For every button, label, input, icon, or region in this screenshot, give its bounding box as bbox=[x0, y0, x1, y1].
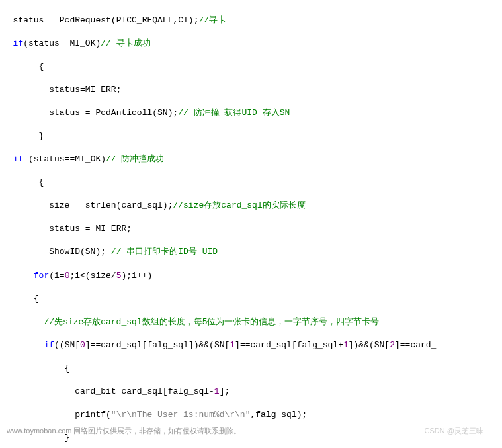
code-block: status = PcdRequest(PICC_REQALL,CT);//寻卡… bbox=[0, 0, 502, 448]
comment: //先size存放card_sql数组的长度，每5位为一张卡的信息，一字节序号，… bbox=[3, 317, 379, 327]
number: 1 bbox=[214, 386, 220, 396]
code-line: status=MI_ERR; bbox=[3, 85, 121, 95]
number: 1 bbox=[343, 340, 349, 350]
keyword: if bbox=[44, 340, 54, 350]
code-text: ]; bbox=[220, 386, 230, 396]
code-text: ]==card_sql[falg_sql])&&(SN[ bbox=[85, 340, 230, 350]
comment: // 串口打印卡的ID号 UID bbox=[106, 247, 218, 257]
comment: //寻卡 bbox=[198, 15, 226, 25]
code-text: size = strlen( bbox=[3, 201, 121, 210]
number: 2 bbox=[390, 340, 395, 350]
footer-text: www.toymoban.com 网络图片仅供展示，非存储，如有侵权请联系删除。 bbox=[7, 426, 241, 436]
number: 1 bbox=[230, 340, 235, 350]
code-line: { bbox=[3, 294, 39, 304]
code-text bbox=[3, 38, 13, 48]
code-line: status = PcdAnticoll(SN); bbox=[3, 108, 178, 118]
code-text: (status==MI_OK) bbox=[23, 38, 101, 48]
code-text: ((SN[ bbox=[54, 340, 80, 350]
string: "\r\nThe User is:num%d\r\n" bbox=[111, 410, 251, 420]
code-line: status = MI_ERR; bbox=[3, 224, 132, 234]
code-text bbox=[3, 271, 34, 281]
code-text: ;i<(size/ bbox=[69, 271, 116, 281]
code-line: { bbox=[3, 177, 44, 187]
keyword: if bbox=[13, 38, 24, 48]
code-text bbox=[3, 154, 13, 164]
comment: // 防冲撞成功 bbox=[106, 154, 164, 164]
code-text: (i= bbox=[49, 271, 64, 281]
code-line: { bbox=[3, 363, 69, 373]
code-text: ); bbox=[163, 201, 173, 210]
csdn-watermark: CSDN @灵芝三昧 bbox=[425, 426, 483, 436]
code-text: ,falg_sql); bbox=[250, 410, 307, 420]
code-line: status = PcdRequest(PICC_REQALL,CT); bbox=[3, 15, 198, 25]
keyword: if bbox=[13, 154, 24, 164]
code-text: );i++) bbox=[121, 271, 152, 281]
comment: // 防冲撞 获得UID 存入SN bbox=[178, 108, 290, 118]
comment: // 寻卡成功 bbox=[101, 38, 150, 48]
number: 0 bbox=[80, 340, 85, 350]
code-text: (status==MI_OK) bbox=[23, 154, 106, 164]
keyword: for bbox=[34, 271, 49, 281]
code-line: } bbox=[3, 131, 44, 141]
code-text bbox=[3, 340, 44, 350]
code-text: printf( bbox=[3, 410, 111, 420]
code-text: card_bit=card_sql[falg_sql- bbox=[3, 386, 214, 396]
code-text: ]==card_sql[falg_sql+ bbox=[235, 340, 343, 350]
error-underline: card_sql bbox=[121, 201, 162, 210]
code-text: ])&&(SN[ bbox=[349, 340, 390, 350]
code-text: ShowID(SN); bbox=[3, 247, 106, 257]
code-line: { bbox=[3, 62, 44, 71]
comment: //size存放card_sql的实际长度 bbox=[173, 201, 305, 210]
code-text: ]==card_ bbox=[395, 340, 436, 350]
